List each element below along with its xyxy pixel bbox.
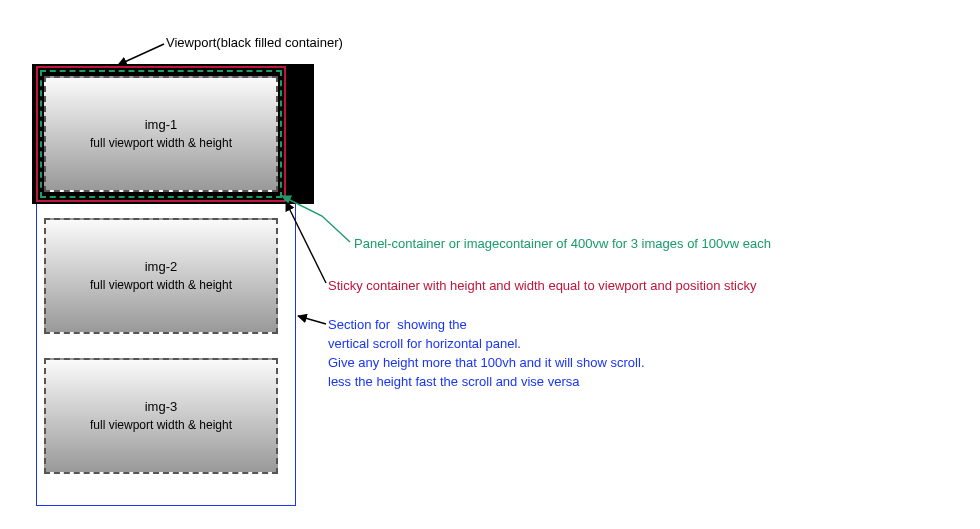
image-1-title: img-1 [145, 116, 178, 135]
arrow-section [298, 316, 326, 324]
image-3-title: img-3 [145, 398, 178, 417]
image-panel-2: img-2 full viewport width & height [44, 218, 278, 334]
annotation-viewport: Viewport(black filled container) [166, 34, 343, 53]
annotation-sticky-container: Sticky container with height and width e… [328, 277, 757, 296]
arrow-viewport [118, 44, 164, 65]
image-2-sub: full viewport width & height [90, 277, 232, 294]
image-1-sub: full viewport width & height [90, 135, 232, 152]
image-3-sub: full viewport width & height [90, 417, 232, 434]
image-2-title: img-2 [145, 258, 178, 277]
diagram-canvas: img-1 full viewport width & height img-2… [0, 0, 980, 529]
annotation-panel-container: Panel-container or imagecontainer of 400… [354, 235, 771, 254]
image-panel-1: img-1 full viewport width & height [44, 76, 278, 192]
image-panel-3: img-3 full viewport width & height [44, 358, 278, 474]
annotation-section: Section for showing the vertical scroll … [328, 316, 645, 391]
